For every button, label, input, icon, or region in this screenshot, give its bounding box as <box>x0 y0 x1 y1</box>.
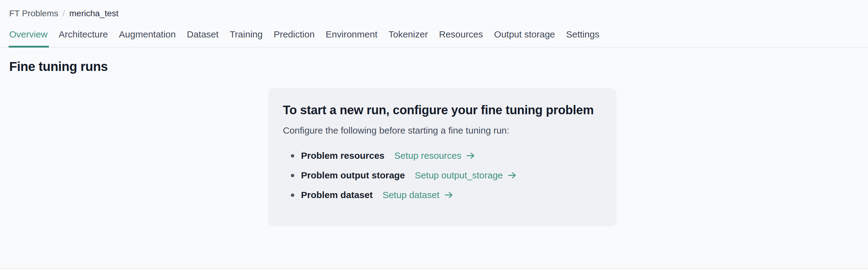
card-subtitle: Configure the following before starting … <box>283 125 602 136</box>
list-item: Problem dataset Setup dataset <box>291 188 602 202</box>
problem-tab-bar: Overview Architecture Augmentation Datas… <box>0 29 868 47</box>
problem-dataset-label: Problem dataset <box>301 190 373 200</box>
tab-prediction[interactable]: Prediction <box>274 29 314 47</box>
tab-resources[interactable]: Resources <box>439 29 483 47</box>
arrow-right-icon <box>465 150 476 161</box>
configure-problem-card: To start a new run, configure your fine … <box>268 88 616 226</box>
setup-dataset-link-label: Setup dataset <box>382 190 439 200</box>
tab-overview[interactable]: Overview <box>9 29 48 47</box>
bullet-icon <box>291 194 294 197</box>
problem-output-storage-label: Problem output storage <box>301 170 405 180</box>
setup-resources-link[interactable]: Setup resources <box>394 150 476 161</box>
setup-dataset-link[interactable]: Setup dataset <box>382 190 454 200</box>
page-title: Fine tuning runs <box>9 60 868 74</box>
arrow-right-icon <box>443 190 454 200</box>
list-item: Problem resources Setup resources <box>291 148 602 163</box>
list-item: Problem output storage Setup output_stor… <box>291 168 602 183</box>
tab-augmentation[interactable]: Augmentation <box>119 29 176 47</box>
tab-architecture[interactable]: Architecture <box>59 29 108 47</box>
breadcrumb-current-problem: mericha_test <box>69 8 119 19</box>
card-title: To start a new run, configure your fine … <box>283 102 602 117</box>
bullet-icon <box>291 154 294 158</box>
breadcrumb-separator: / <box>63 8 65 19</box>
setup-resources-link-label: Setup resources <box>394 150 461 161</box>
setup-output-storage-link-label: Setup output_storage <box>415 170 503 180</box>
breadcrumb-ft-problems[interactable]: FT Problems <box>9 8 58 19</box>
tab-output-storage[interactable]: Output storage <box>494 29 555 47</box>
tab-tokenizer[interactable]: Tokenizer <box>389 29 428 47</box>
setup-checklist: Problem resources Setup resources Proble… <box>283 148 602 202</box>
setup-output-storage-link[interactable]: Setup output_storage <box>415 170 517 180</box>
bullet-icon <box>291 174 294 177</box>
tab-environment[interactable]: Environment <box>326 29 377 47</box>
tab-training[interactable]: Training <box>230 29 262 47</box>
tab-dataset[interactable]: Dataset <box>187 29 218 47</box>
tab-settings[interactable]: Settings <box>566 29 599 47</box>
problem-resources-label: Problem resources <box>301 150 384 161</box>
breadcrumb: FT Problems / mericha_test <box>0 0 868 19</box>
arrow-right-icon <box>507 170 517 180</box>
